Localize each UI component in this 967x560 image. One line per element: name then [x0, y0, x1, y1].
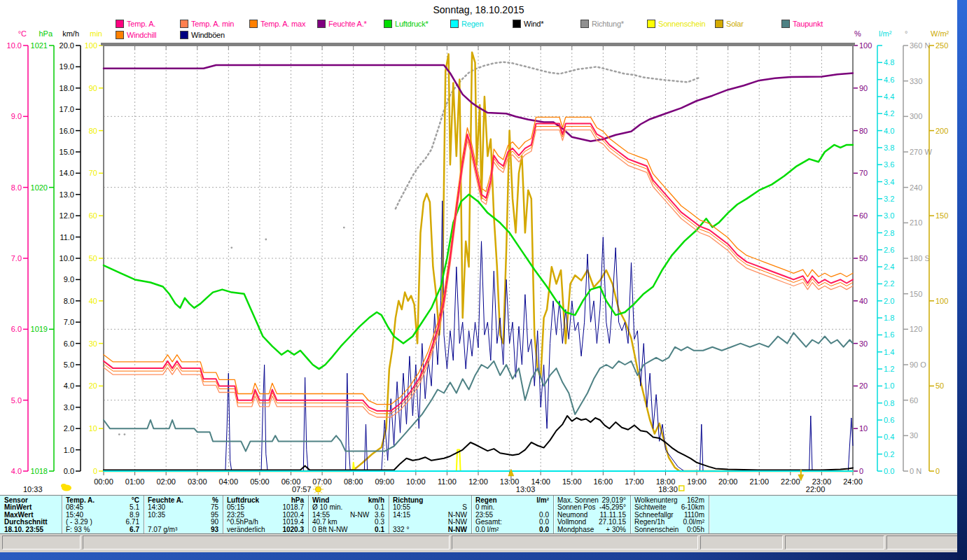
svg-text:2.2: 2.2 — [884, 279, 894, 288]
svg-text:8.0: 8.0 — [64, 297, 74, 305]
svg-text:10: 10 — [859, 424, 868, 433]
table-separator — [144, 496, 145, 533]
svg-text:11:00: 11:00 — [438, 477, 457, 486]
svg-text:0: 0 — [935, 467, 940, 475]
table-separator — [389, 496, 390, 533]
svg-text:4.0: 4.0 — [64, 382, 74, 390]
table-row: 18.10. 23:55 — [0, 526, 62, 533]
table-cell-label: 0.0 l/m² — [475, 526, 499, 533]
legend-label: Wind* — [524, 20, 543, 28]
svg-text:1021: 1021 — [31, 41, 48, 50]
legend-item: Windchill — [116, 31, 156, 39]
table-row: 0.0 l/m²0.0 — [471, 526, 553, 533]
svg-text:02:00: 02:00 — [156, 477, 176, 486]
legend-swatch — [116, 31, 124, 39]
legend-item: Feuchte A.* — [317, 20, 367, 28]
svg-text:08:00: 08:00 — [344, 477, 363, 486]
svg-text:10.0: 10.0 — [7, 41, 22, 50]
svg-text:20.0: 20.0 — [60, 41, 74, 50]
svg-text:40: 40 — [89, 297, 97, 305]
status-bar — [0, 533, 957, 552]
table-separator — [471, 496, 473, 533]
legend-swatch — [317, 20, 326, 28]
legend-item: Wind* — [513, 20, 543, 28]
svg-text:40: 40 — [859, 297, 868, 305]
svg-text:3.4: 3.4 — [884, 178, 894, 186]
svg-text:60: 60 — [859, 211, 868, 220]
legend-label: Luftdruck* — [395, 20, 429, 28]
svg-text:60: 60 — [910, 396, 918, 405]
svg-text:16.0: 16.0 — [60, 127, 74, 135]
svg-text:20: 20 — [859, 382, 868, 390]
svg-text:12:00: 12:00 — [468, 477, 488, 486]
svg-text:2.4: 2.4 — [884, 262, 894, 271]
table-column: Richtung10:55S14:15N-NWN-NW332 °N-NW — [389, 497, 471, 533]
table-separator — [553, 496, 555, 533]
svg-text:90: 90 — [89, 84, 97, 92]
table-row: 7.07 g/m³93 — [144, 526, 223, 533]
svg-text:04:00: 04:00 — [219, 477, 239, 486]
svg-text:4.4: 4.4 — [884, 92, 894, 101]
svg-text:50: 50 — [89, 254, 97, 262]
legend-label: Solar — [726, 20, 744, 28]
svg-text:4.0: 4.0 — [11, 467, 22, 475]
gridlines — [104, 46, 853, 471]
svg-text:03:00: 03:00 — [188, 477, 207, 486]
legend-swatch — [180, 20, 188, 28]
svg-text:17.0: 17.0 — [60, 105, 74, 113]
svg-text:70: 70 — [89, 169, 97, 177]
table-cell-value: l/m² — [536, 497, 549, 504]
table-cell-mid: N-NW — [350, 512, 369, 519]
status-segment — [452, 536, 698, 550]
desktop-edge-bottom — [0, 552, 957, 560]
table-row: 90 — [144, 519, 223, 526]
svg-text:0.8: 0.8 — [884, 399, 894, 407]
svg-text:50: 50 — [935, 382, 944, 390]
svg-text:3.0: 3.0 — [64, 403, 74, 412]
table-column: Max. Sonnen29,019°Sonnen Pos-45,295°Neum… — [553, 497, 630, 533]
svg-text:0.0: 0.0 — [884, 467, 894, 475]
legend-swatch — [249, 20, 258, 28]
svg-text:5.0: 5.0 — [11, 396, 22, 405]
table-cell-value: 0:05h — [687, 526, 704, 533]
svg-text:07:00: 07:00 — [312, 477, 332, 486]
series-Sonnenschein — [104, 450, 853, 471]
svg-text:3.8: 3.8 — [884, 144, 894, 152]
table-cell-value: N-NW — [448, 526, 467, 533]
svg-text:15:00: 15:00 — [562, 477, 582, 486]
legend-swatch — [647, 20, 655, 28]
table-row: ( - 3.29 )6.71 — [62, 519, 144, 526]
svg-text:240: 240 — [910, 183, 922, 192]
svg-text:0.6: 0.6 — [884, 416, 894, 424]
axis-min: 0102030405060708090100min — [85, 29, 104, 475]
legend-label: Sonnenschein — [658, 20, 705, 28]
svg-text:11.0: 11.0 — [60, 233, 74, 241]
status-segment — [700, 536, 783, 550]
svg-text:0.0: 0.0 — [64, 467, 74, 475]
series-Richtung-dots — [118, 227, 345, 435]
status-segment — [83, 536, 450, 550]
svg-text:1.6: 1.6 — [884, 330, 894, 339]
table-column: Temp. A.°C08:455.115:408.9( - 3.29 )6.71… — [62, 497, 144, 533]
svg-text:50: 50 — [859, 254, 868, 262]
legend-label: Temp. A. max — [260, 20, 305, 28]
svg-text:0.2: 0.2 — [884, 450, 894, 458]
svg-text:12.0: 12.0 — [60, 211, 74, 220]
svg-text:19:00: 19:00 — [687, 477, 707, 486]
chart-legend: Temp. A.Temp. A. minTemp. A. maxFeuchte … — [0, 0, 957, 42]
svg-text:2.0: 2.0 — [64, 424, 74, 433]
marker-10:33: 10:33 — [23, 484, 71, 493]
svg-text:6.0: 6.0 — [11, 325, 22, 333]
svg-text:90 O: 90 O — [910, 360, 926, 369]
svg-text:07:57: 07:57 — [292, 485, 312, 493]
svg-text:300: 300 — [910, 112, 922, 120]
table-column: Windkm/hØ 10 min.0.114:55N-NW3.640.7 km0… — [308, 497, 389, 533]
table-cell-label: 10:35 — [148, 512, 165, 519]
svg-text:1019: 1019 — [31, 325, 48, 333]
svg-text:100: 100 — [935, 297, 948, 305]
table-cell-label: Sonnenschein — [634, 526, 679, 533]
svg-text:10:00: 10:00 — [406, 477, 426, 486]
legend-swatch — [180, 31, 188, 39]
legend-item: Temp. A. max — [249, 20, 305, 28]
legend-item: Taupunkt — [781, 20, 823, 28]
